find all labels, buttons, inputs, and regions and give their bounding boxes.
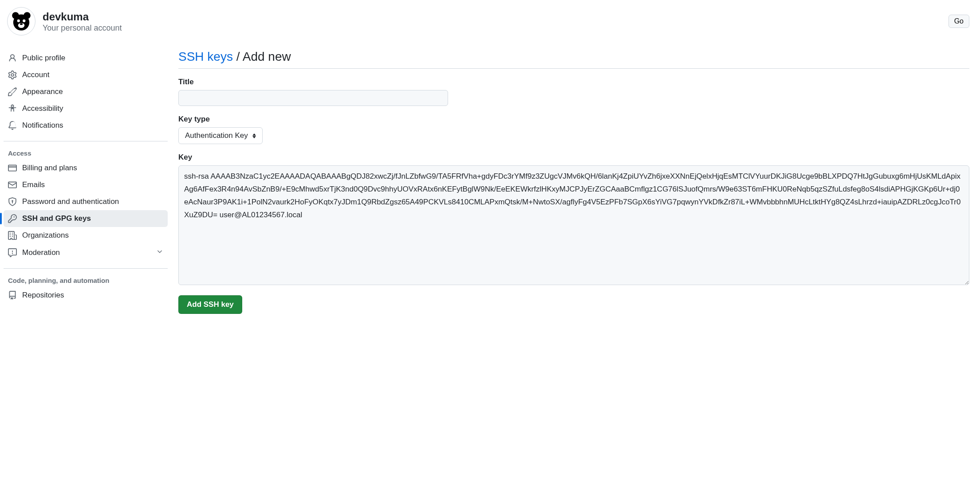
section-title-code: Code, planning, and automation (4, 272, 168, 287)
avatar-bear-icon (10, 10, 33, 33)
sidebar-item-ssh-keys[interactable]: SSH and GPG keys (4, 210, 168, 227)
chevron-down-icon (156, 248, 163, 257)
title-label: Title (178, 78, 969, 86)
gear-icon (8, 70, 17, 79)
sidebar-item-label: Emails (22, 180, 45, 189)
breadcrumb-separator: / (236, 50, 240, 63)
sidebar-item-label: Accessibility (22, 104, 63, 113)
sidebar-item-billing[interactable]: Billing and plans (4, 160, 168, 176)
key-label: Key (178, 153, 969, 162)
sidebar-item-appearance[interactable]: Appearance (4, 83, 168, 100)
sidebar-item-label: Repositories (22, 291, 64, 300)
title-input[interactable] (178, 90, 448, 106)
go-button[interactable]: Go (949, 15, 969, 28)
sidebar-item-label: SSH and GPG keys (22, 214, 91, 223)
section-title-access: Access (4, 145, 168, 160)
mail-icon (8, 180, 17, 189)
svg-point-2 (13, 14, 29, 30)
repo-icon (8, 291, 17, 300)
shield-lock-icon (8, 197, 17, 206)
username: devkuma (43, 10, 122, 23)
header-left: devkuma Your personal account (7, 7, 122, 35)
sidebar-item-repositories[interactable]: Repositories (4, 287, 168, 304)
bell-icon (8, 121, 17, 130)
sidebar-item-label: Appearance (22, 87, 63, 96)
select-caret-icon (252, 133, 256, 138)
sidebar-item-moderation[interactable]: Moderation (4, 244, 168, 261)
breadcrumb: SSH keys / Add new (178, 50, 969, 69)
sidebar-item-accessibility[interactable]: Accessibility (4, 100, 168, 117)
settings-sidebar: Public profile Account Appearance Access… (4, 50, 168, 314)
main-content: SSH keys / Add new Title Key type Authen… (178, 50, 973, 314)
page-header: devkuma Your personal account Go (0, 0, 980, 39)
add-ssh-key-button[interactable]: Add SSH key (178, 295, 242, 314)
svg-point-6 (20, 23, 23, 25)
person-icon (8, 54, 17, 63)
sidebar-item-label: Moderation (22, 248, 60, 257)
sidebar-item-notifications[interactable]: Notifications (4, 117, 168, 134)
svg-point-4 (23, 20, 25, 22)
credit-card-icon (8, 164, 17, 172)
sidebar-item-label: Password and authentication (22, 197, 119, 206)
keytype-select[interactable]: Authentication Key (178, 127, 263, 144)
avatar[interactable] (7, 7, 35, 35)
user-info: devkuma Your personal account (43, 10, 122, 33)
sidebar-item-organizations[interactable]: Organizations (4, 227, 168, 244)
sidebar-item-account[interactable]: Account (4, 67, 168, 83)
sidebar-item-emails[interactable]: Emails (4, 176, 168, 193)
account-subtitle: Your personal account (43, 23, 122, 33)
nav-divider (4, 141, 168, 141)
sidebar-item-label: Billing and plans (22, 164, 77, 172)
key-textarea[interactable] (178, 165, 969, 285)
breadcrumb-link-ssh-keys[interactable]: SSH keys (178, 50, 233, 63)
keytype-value: Authentication Key (185, 131, 248, 140)
key-icon (8, 214, 17, 223)
paintbrush-icon (8, 87, 17, 96)
breadcrumb-current: Add new (243, 50, 291, 63)
report-icon (8, 248, 17, 257)
sidebar-item-label: Notifications (22, 121, 63, 130)
sidebar-item-label: Account (22, 70, 49, 79)
nav-divider (4, 268, 168, 269)
sidebar-item-public-profile[interactable]: Public profile (4, 50, 168, 67)
organization-icon (8, 231, 17, 240)
sidebar-item-label: Organizations (22, 231, 69, 240)
keytype-label: Key type (178, 115, 969, 124)
sidebar-item-label: Public profile (22, 54, 65, 63)
svg-point-3 (17, 20, 20, 22)
sidebar-item-password[interactable]: Password and authentication (4, 193, 168, 210)
accessibility-icon (8, 104, 17, 113)
